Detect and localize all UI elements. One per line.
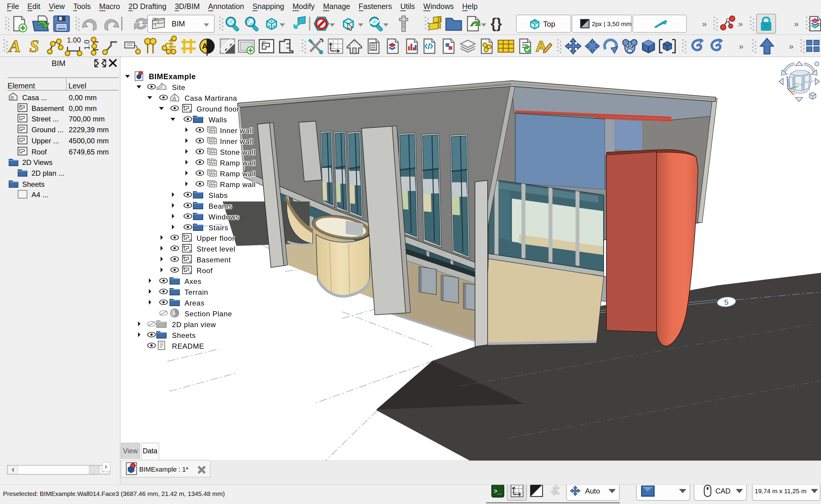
svg-text:Stone wall: Stone wall <box>220 148 256 156</box>
svg-text:0,00 mm: 0,00 mm <box>69 104 97 112</box>
svg-text:Sheets: Sheets <box>22 180 45 188</box>
svg-text:CAD: CAD <box>715 487 731 495</box>
svg-text:6749,65 mm: 6749,65 mm <box>69 148 109 156</box>
svg-text:Site: Site <box>172 83 185 91</box>
svg-text:Stairs: Stairs <box>209 224 229 232</box>
svg-text:A: A <box>8 36 21 56</box>
svg-text:2D plan view: 2D plan view <box>172 321 216 329</box>
svg-text:Casa ...: Casa ... <box>22 94 47 102</box>
svg-text:Terrain: Terrain <box>184 288 208 296</box>
svg-text:»: » <box>789 42 794 51</box>
svg-text:Axes: Axes <box>184 277 201 285</box>
svg-text:»: » <box>794 19 799 28</box>
svg-text:Ramp wall: Ramp wall <box>220 159 256 167</box>
svg-text:19,74 m x 11,25 m: 19,74 m x 11,25 m <box>755 488 806 494</box>
svg-text:Sheets: Sheets <box>172 331 196 339</box>
svg-text:Walls: Walls <box>209 116 227 124</box>
svg-text:Roof: Roof <box>196 267 213 275</box>
svg-text:Element: Element <box>7 82 35 90</box>
svg-text:Top: Top <box>543 20 555 28</box>
svg-text:README: README <box>172 342 204 350</box>
svg-text:Ramp wall: Ramp wall <box>220 170 256 178</box>
svg-text:E: E <box>19 104 22 108</box>
svg-text:A: A <box>202 42 208 51</box>
svg-text:»: » <box>702 19 707 28</box>
svg-text:>_: >_ <box>494 487 501 495</box>
svg-text:BIM: BIM <box>52 59 65 68</box>
svg-text:Roof: Roof <box>31 148 47 156</box>
svg-text:Windows: Windows <box>209 213 240 221</box>
svg-text:Ground ...: Ground ... <box>31 126 64 134</box>
svg-text:Inner wall: Inner wall <box>220 137 253 145</box>
svg-text:Beams: Beams <box>209 202 232 210</box>
svg-text:Inner wall: Inner wall <box>220 127 253 135</box>
svg-text:BIMExample: BIMExample <box>149 72 196 81</box>
svg-text:700,00 mm: 700,00 mm <box>69 115 105 123</box>
svg-text:4500,00 mm: 4500,00 mm <box>69 137 109 145</box>
svg-text:Street level: Street level <box>196 245 236 253</box>
svg-text:Level: Level <box>68 82 86 90</box>
svg-text:»: » <box>739 42 744 51</box>
svg-text:Casa Martirana: Casa Martirana <box>184 94 237 102</box>
svg-text:Ramp wall: Ramp wall <box>220 180 256 189</box>
svg-text:»: » <box>738 19 743 28</box>
svg-text:Slabs: Slabs <box>209 191 228 199</box>
svg-text:Section Plane: Section Plane <box>184 310 232 318</box>
svg-text:Auto: Auto <box>585 487 600 495</box>
svg-text:Upper ...: Upper ... <box>31 137 59 145</box>
svg-text:{}: {} <box>491 15 502 31</box>
svg-text:0,00 mm: 0,00 mm <box>69 94 97 102</box>
svg-text:S: S <box>29 36 39 56</box>
svg-text:2px | 3,50 mm: 2px | 3,50 mm <box>592 20 632 27</box>
svg-text:2D plan ...: 2D plan ... <box>31 169 64 177</box>
svg-text:BIM: BIM <box>172 19 185 28</box>
svg-text:A4 ...: A4 ... <box>31 191 48 199</box>
svg-text:Areas: Areas <box>184 299 204 307</box>
svg-text:1.0: 1.0 <box>83 40 91 50</box>
svg-text:2D Views: 2D Views <box>22 158 52 166</box>
svg-text:2229,39 mm: 2229,39 mm <box>69 126 109 134</box>
svg-text:»: » <box>817 19 821 28</box>
svg-text:Basement: Basement <box>31 104 64 112</box>
svg-text:Basement: Basement <box>196 256 231 264</box>
svg-text:Upper floor: Upper floor <box>196 234 235 242</box>
svg-text:1.00: 1.00 <box>67 36 81 44</box>
svg-text:Street ...: Street ... <box>31 115 59 123</box>
svg-text:Ground floor: Ground floor <box>196 105 240 113</box>
svg-text:E: E <box>262 40 266 47</box>
